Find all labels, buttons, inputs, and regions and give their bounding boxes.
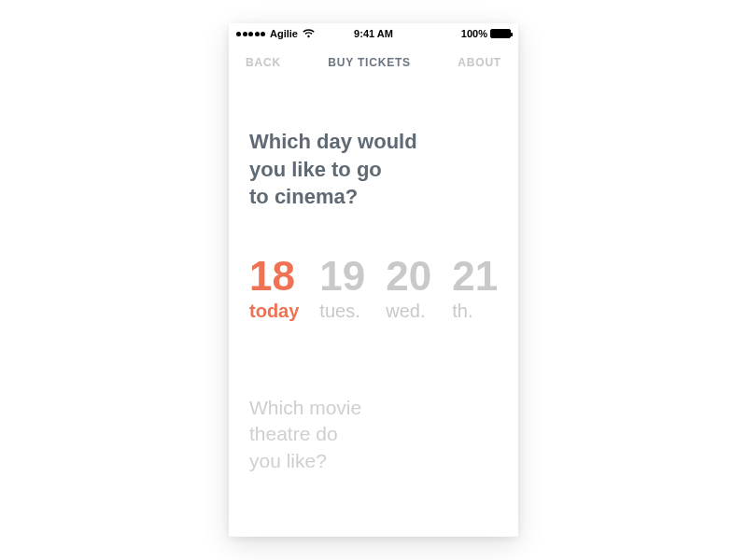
content: Which day would you like to go to cinema… <box>229 81 518 474</box>
about-button[interactable]: ABOUT <box>458 56 501 69</box>
page-title: BUY TICKETS <box>328 56 411 69</box>
wifi-icon <box>303 29 315 38</box>
day-number: 20 <box>386 256 431 297</box>
day-number: 19 <box>319 256 365 297</box>
battery-icon <box>490 29 511 38</box>
question-theatre-line: theatre do <box>249 421 498 447</box>
back-button[interactable]: BACK <box>246 56 281 69</box>
day-label: today <box>249 301 299 322</box>
question-theatre-line: Which movie <box>249 395 498 421</box>
day-option-today[interactable]: 18 today <box>249 256 299 322</box>
day-number: 18 <box>249 256 295 297</box>
day-label: tues. <box>319 301 359 322</box>
day-option[interactable]: 19 tues. <box>319 256 365 322</box>
signal-dots-icon <box>236 32 265 36</box>
day-picker[interactable]: 18 today 19 tues. 20 wed. 21 th. <box>249 256 498 322</box>
status-left: Agilie <box>236 28 315 39</box>
nav-bar: BACK BUY TICKETS ABOUT <box>229 44 518 81</box>
day-number: 21 <box>452 256 498 297</box>
battery-percent: 100% <box>461 28 487 39</box>
question-day: Which day would you like to go to cinema… <box>249 128 498 211</box>
question-theatre-line: you like? <box>249 448 498 474</box>
carrier-label: Agilie <box>270 28 298 39</box>
status-bar: Agilie 9:41 AM 100% <box>229 23 518 44</box>
day-option[interactable]: 20 wed. <box>386 256 431 322</box>
status-right: 100% <box>461 28 511 39</box>
day-label: wed. <box>386 301 425 322</box>
status-time: 9:41 AM <box>354 28 393 39</box>
day-option[interactable]: 21 th. <box>452 256 498 322</box>
phone-frame: Agilie 9:41 AM 100% BACK BUY TICKETS ABO… <box>229 23 518 537</box>
question-theatre: Which movie theatre do you like? <box>249 395 498 474</box>
question-day-line: Which day would <box>249 128 498 156</box>
question-day-line: to cinema? <box>249 183 498 211</box>
day-label: th. <box>452 301 472 322</box>
question-day-line: you like to go <box>249 156 498 184</box>
